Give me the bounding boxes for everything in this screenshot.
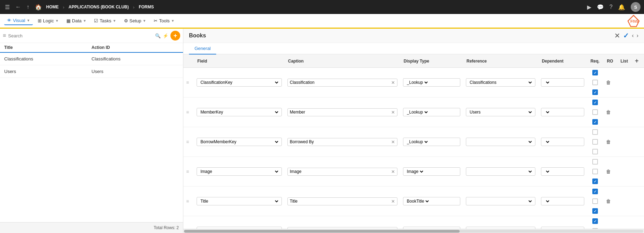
caption-input[interactable] [290, 110, 390, 115]
setup-btn[interactable]: ⚙ Setup ▼ [121, 17, 149, 25]
logic-btn[interactable]: ⊞ Logic ▼ [35, 17, 61, 25]
req-checkbox[interactable] [592, 70, 598, 75]
add-button[interactable]: + [170, 31, 180, 41]
dependent-dropdown[interactable] [543, 109, 550, 115]
reference-select[interactable]: Users [466, 108, 536, 116]
ro-checkbox[interactable] [592, 80, 598, 85]
dependent-dropdown[interactable] [543, 169, 550, 174]
caption-clear-icon[interactable]: ✕ [391, 169, 395, 174]
field-select[interactable]: ClassificationKey [197, 78, 282, 87]
reference-select[interactable]: Classifications [466, 78, 536, 87]
caption-clear-icon[interactable]: ✕ [391, 199, 395, 204]
caption-clear-icon[interactable]: ✕ [391, 139, 395, 145]
caption-input-cell[interactable]: ✕ [287, 138, 397, 146]
caption-input[interactable] [290, 139, 390, 144]
field-dropdown[interactable]: MemberKey [199, 109, 279, 115]
data-btn[interactable]: ▦ Data ▼ [64, 17, 89, 25]
field-dropdown[interactable]: ClassificationKey [199, 80, 279, 85]
caption-clear-icon[interactable]: ✕ [391, 110, 395, 115]
field-select[interactable]: MemberKey [197, 108, 282, 116]
delete-row-button[interactable]: 🗑 [606, 109, 611, 115]
display-type-select[interactable]: BookTitle [403, 197, 460, 205]
reference-dropdown[interactable] [468, 169, 533, 174]
dependent-select[interactable] [541, 138, 584, 146]
reference-dropdown[interactable] [468, 198, 533, 204]
scrollbar-thumb[interactable] [184, 230, 460, 233]
caption-input[interactable] [290, 199, 390, 204]
caption-input[interactable] [290, 80, 390, 85]
display-type-select[interactable]: Image [403, 167, 460, 176]
caption-input-cell[interactable]: ✕ [287, 197, 397, 205]
display-type-select[interactable]: _Lookup [403, 78, 460, 87]
delete-row-button[interactable]: 🗑 [606, 80, 611, 85]
visual-btn[interactable]: 👁 Visual ▼ [4, 16, 33, 25]
search-icon[interactable]: 🔍 [155, 33, 161, 38]
sidebar-menu-icon[interactable]: ≡ [3, 32, 6, 39]
back-icon[interactable]: ← [14, 2, 22, 12]
close-button[interactable]: ✕ [614, 31, 620, 40]
dependent-select[interactable] [541, 167, 584, 176]
tasks-btn[interactable]: ☑ Tasks ▼ [91, 17, 119, 25]
dependent-select[interactable] [541, 197, 584, 205]
display-type-dropdown[interactable]: _Lookup [405, 109, 429, 115]
list-item[interactable]: Classifications Classifications [0, 53, 183, 65]
caption-input-cell[interactable]: ✕ [287, 108, 397, 116]
field-dropdown[interactable]: BorrowMemberKey [199, 139, 279, 145]
forms-link[interactable]: FORMS [139, 5, 154, 9]
display-type-dropdown[interactable]: _Lookup [405, 80, 429, 85]
display-type-select[interactable]: _Lookup [403, 108, 460, 116]
ro-checkbox[interactable] [592, 139, 598, 145]
confirm-button[interactable]: ✓ [623, 31, 629, 40]
display-type-dropdown[interactable]: Image [405, 169, 424, 174]
req-checkbox[interactable] [592, 218, 598, 224]
field-dropdown[interactable]: Title [199, 198, 279, 204]
caption-input[interactable] [290, 169, 390, 174]
req-checkbox[interactable] [592, 159, 598, 165]
req-checkbox[interactable] [592, 129, 598, 135]
app-link[interactable]: APPLICATIONS (BOOK CLUB) [68, 5, 129, 9]
user-avatar[interactable]: S [631, 2, 641, 12]
caption-input-cell[interactable]: ✕ [287, 168, 397, 176]
add-column-button[interactable]: + [635, 57, 639, 65]
drag-handle[interactable]: ≡ [186, 80, 189, 85]
reference-dropdown[interactable]: Users [468, 109, 533, 115]
list-checkbox[interactable] [592, 149, 598, 154]
tools-btn[interactable]: ✂ Tools ▼ [151, 17, 177, 25]
drag-handle[interactable]: ≡ [186, 139, 189, 145]
dependent-dropdown[interactable] [543, 139, 550, 145]
field-select[interactable]: BorrowMemberKey [197, 138, 282, 146]
help-icon[interactable]: ? [609, 4, 613, 10]
caption-clear-icon[interactable]: ✕ [391, 80, 395, 85]
list-checkbox[interactable] [592, 208, 598, 214]
bell-icon[interactable]: 🔔 [618, 4, 625, 10]
reference-select[interactable] [466, 197, 536, 205]
delete-row-button[interactable]: 🗑 [606, 139, 611, 145]
reference-dropdown[interactable]: Classifications [468, 80, 533, 85]
home-link[interactable]: HOME [46, 5, 59, 9]
delete-row-button[interactable]: 🗑 [606, 169, 611, 174]
dependent-dropdown[interactable] [543, 80, 550, 85]
drag-handle[interactable]: ≡ [186, 198, 189, 204]
tab-general[interactable]: General [189, 43, 216, 54]
display-type-select[interactable]: _Lookup [403, 138, 460, 146]
dependent-dropdown[interactable] [543, 198, 550, 204]
display-type-dropdown[interactable]: BookTitle [405, 198, 430, 204]
up-icon[interactable]: ↑ [25, 2, 31, 12]
list-checkbox[interactable] [592, 179, 598, 184]
field-select[interactable]: Image [197, 167, 282, 176]
prev-button[interactable]: ‹ [632, 32, 634, 39]
search-input[interactable] [8, 33, 153, 38]
horizontal-scrollbar[interactable] [183, 229, 644, 233]
drag-handle[interactable]: ≡ [186, 109, 189, 115]
caption-input-cell[interactable]: ✕ [287, 79, 397, 87]
ro-checkbox[interactable] [592, 169, 598, 174]
bolt-icon[interactable]: ⚡ [163, 33, 168, 38]
dependent-select[interactable] [541, 78, 584, 87]
ro-checkbox[interactable] [592, 198, 598, 204]
req-checkbox[interactable] [592, 100, 598, 105]
req-checkbox[interactable] [592, 189, 598, 194]
list-item[interactable]: Users Users [0, 65, 183, 78]
reference-select[interactable] [466, 167, 536, 176]
reference-dropdown[interactable] [468, 139, 533, 145]
list-checkbox[interactable] [592, 119, 598, 125]
